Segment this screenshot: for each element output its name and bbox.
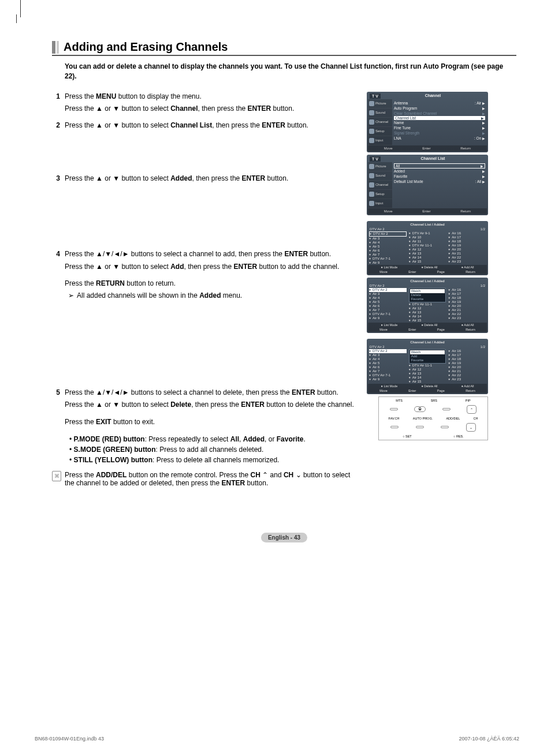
ch-up-icon: ⌃ <box>262 471 268 479</box>
note-arrow-icon: ➢ <box>68 291 74 301</box>
screen-channel-menu: T VChannel PictureSoundChannelSetupInput… <box>367 92 488 152</box>
footer: BN68-01094W-01Eng.indb 43 2007-10-08 ¿ÀÈ… <box>35 736 519 742</box>
screen-chlist-added-add: Channel List / AddedDTV Air 21/2♥DTV Air… <box>367 339 488 394</box>
step-4: 4 Press the ▲/▼/◄/► buttons to select a … <box>52 249 361 301</box>
heading-text: Adding and Erasing Channels <box>64 40 228 54</box>
page-number: English - 43 <box>52 533 516 541</box>
intro-text: You can add or delete a channel to displ… <box>65 62 516 81</box>
step-3: 3 Press the ▲ or ▼ button to select Adde… <box>52 174 361 186</box>
remote-figure: MTS SRS PIP ⦿ ⌃ FAV.CH AUTO PROG. ADD/DE… <box>378 396 488 440</box>
step-1: 1 Press the MENU button to display the m… <box>52 92 361 117</box>
step-5: 5 Press the ▲/▼/◄/► buttons to select a … <box>52 388 361 429</box>
button-notes: • P.MODE (RED) button: Press repeatedly … <box>69 434 361 465</box>
remote-icon: ⌘ <box>52 471 61 481</box>
step-2: 2 Press the ▲ or ▼ button to select Chan… <box>52 121 361 133</box>
screen-chlist-added-1: Channel List / AddedDTV Air 21/2♥DTV Air… <box>367 221 488 275</box>
screen-channel-list-menu: T VChannel List PictureSoundChannelSetup… <box>367 155 488 215</box>
screen-chlist-added-watch: Channel List / AddedDTV Air 21/2♥DTV Air… <box>367 278 488 333</box>
ch-down-icon: ⌄ <box>296 471 301 479</box>
remote-note: ⌘ Press the ADD/DEL button on the remote… <box>52 471 361 487</box>
section-heading: Adding and Erasing Channels <box>52 40 516 56</box>
